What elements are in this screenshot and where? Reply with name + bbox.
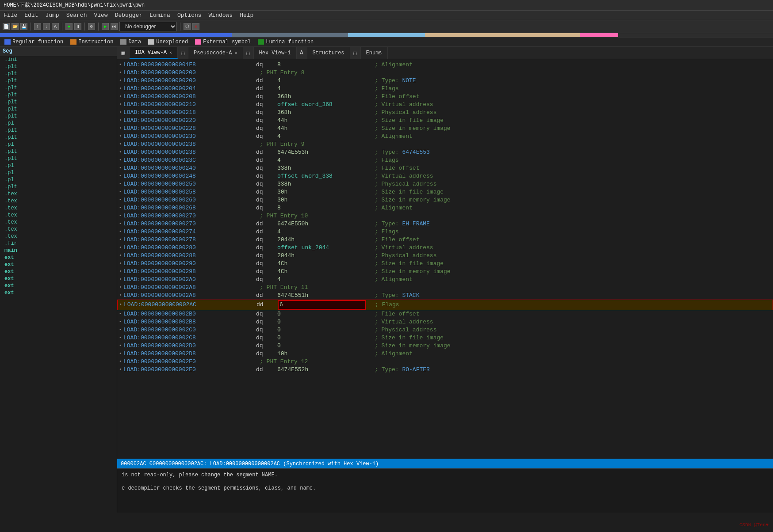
tab-enums[interactable]: Enums <box>361 47 388 59</box>
code-line[interactable]: • LOAD:0000000000000228 dq 44h ; Size in… <box>117 125 773 133</box>
code-line[interactable]: • LOAD:0000000000000260 dq 30h ; Size in… <box>117 196 773 204</box>
sidebar-item-tex7[interactable]: .tex <box>0 233 117 240</box>
code-line[interactable]: • LOAD:0000000000000208 dq 368h ; File o… <box>117 93 773 101</box>
sidebar-item-pl1[interactable]: .pl <box>0 120 117 127</box>
tab-icon-3[interactable]: A <box>297 47 307 59</box>
menu-view[interactable]: View <box>94 12 107 19</box>
code-line[interactable]: • LOAD:0000000000000218 dq 368h ; Physic… <box>117 109 773 117</box>
code-line[interactable]: • LOAD:00000000000002B0 dq 0 ; File offs… <box>117 310 773 318</box>
sidebar-item-plt8[interactable]: .plt <box>0 113 117 120</box>
sidebar-item-plt7[interactable]: .plt <box>0 106 117 113</box>
code-line[interactable]: • LOAD:0000000000000240 dq 338h ; File o… <box>117 164 773 172</box>
code-line[interactable]: • LOAD:0000000000000238 dd 6474E553h ; T… <box>117 148 773 156</box>
code-line[interactable]: • LOAD:0000000000000250 dq 338h ; Physic… <box>117 180 773 188</box>
code-line[interactable]: • LOAD:0000000000000200 ; PHT Entry 8 <box>117 69 773 77</box>
code-line[interactable]: • LOAD:0000000000000270 ; PHT Entry 10 <box>117 212 773 220</box>
code-line[interactable]: • LOAD:0000000000000204 dd 4 ; Flags <box>117 85 773 93</box>
sidebar-item-plt9[interactable]: .plt <box>0 127 117 134</box>
sidebar-item-ext1[interactable]: ext <box>0 254 117 261</box>
menu-file[interactable]: File <box>4 12 17 19</box>
code-line[interactable]: • LOAD:0000000000000298 dq 4Ch ; Size in… <box>117 268 773 276</box>
code-line[interactable]: • LOAD:0000000000000290 dq 4Ch ; Size in… <box>117 260 773 268</box>
code-line[interactable]: • LOAD:0000000000000248 dq offset dword_… <box>117 172 773 180</box>
code-line[interactable]: • LOAD:00000000000002C8 dq 0 ; Size in f… <box>117 334 773 342</box>
code-line[interactable]: • LOAD:0000000000000278 dq 2044h ; File … <box>117 236 773 244</box>
toolbar-stop-icon[interactable]: ✕ <box>192 23 199 30</box>
code-line[interactable]: • LOAD:00000000000002D0 dq 0 ; Size in m… <box>117 342 773 350</box>
tab-icon-1[interactable]: ⬚ <box>178 47 188 59</box>
sidebar-item-ext4[interactable]: ext <box>0 275 117 282</box>
sidebar-item-tex3[interactable]: .tex <box>0 205 117 212</box>
toolbar-save-icon[interactable]: 💾 <box>20 23 27 30</box>
sidebar-item-pl3[interactable]: .pl <box>0 162 117 169</box>
toolbar-step-icon[interactable]: ⏭ <box>111 23 118 30</box>
code-line[interactable]: • LOAD:0000000000000220 dq 44h ; Size in… <box>117 117 773 125</box>
menu-search[interactable]: Search <box>66 12 87 19</box>
tab-pseudocode-a-close[interactable]: ✕ <box>234 50 237 56</box>
code-line[interactable]: • LOAD:00000000000002D8 dq 10h ; Alignme… <box>117 350 773 358</box>
code-line[interactable]: • LOAD:0000000000000258 dq 30h ; Size in… <box>117 188 773 196</box>
sidebar-item-main[interactable]: main <box>0 247 117 254</box>
menu-windows[interactable]: Windows <box>209 12 233 19</box>
sidebar-item-tex4[interactable]: .tex <box>0 212 117 219</box>
sidebar-item-pl4[interactable]: .pl <box>0 169 117 176</box>
sidebar-item-ext5[interactable]: ext <box>0 282 117 289</box>
code-line[interactable]: • LOAD:0000000000000288 dq 2044h ; Physi… <box>117 252 773 260</box>
sidebar-item-plt10[interactable]: .plt <box>0 134 117 141</box>
sidebar-item-plt13[interactable]: .plt <box>0 183 117 190</box>
sidebar-item-ext2[interactable]: ext <box>0 261 117 268</box>
menu-help[interactable]: Help <box>240 12 253 19</box>
tab-structures[interactable]: Structures <box>307 47 350 59</box>
sidebar-item-tex6[interactable]: .tex <box>0 226 117 233</box>
toolbar-pause-icon[interactable]: ⏸ <box>74 23 81 30</box>
code-line[interactable]: • LOAD:0000000000000230 dq 4 ; Alignment <box>117 133 773 141</box>
sidebar-item-plt5[interactable]: .plt <box>0 91 117 99</box>
toolbar-run-icon[interactable]: ● <box>65 23 73 30</box>
code-line[interactable]: • LOAD:00000000000002E0 dd 6474E552h ; T… <box>117 366 773 374</box>
code-area[interactable]: • LOAD:00000000000001F8 dq 8 ; Alignment… <box>117 59 773 459</box>
sidebar-item-plt2[interactable]: .plt <box>0 70 117 77</box>
code-line[interactable]: • LOAD:0000000000000280 dq offset unk_20… <box>117 244 773 252</box>
sidebar-item-plt1[interactable]: .plt <box>0 63 117 70</box>
toolbar-hex-icon[interactable]: ⬡ <box>184 23 191 30</box>
tab-icon-4[interactable]: ⬚ <box>350 47 361 59</box>
sidebar-item-plt6[interactable]: .plt <box>0 99 117 106</box>
menu-jump[interactable]: Jump <box>45 12 59 19</box>
sidebar-item-ext3[interactable]: ext <box>0 268 117 275</box>
code-line[interactable]: • LOAD:00000000000002E0 ; PHT Entry 12 <box>117 358 773 366</box>
debugger-select[interactable]: No debugger <box>119 22 177 31</box>
tab-icon-2[interactable]: ⬚ <box>243 47 254 59</box>
sidebar-item-plt12[interactable]: .plt <box>0 155 117 162</box>
toolbar-up-icon[interactable]: ↑ <box>34 23 41 30</box>
menu-options[interactable]: Options <box>177 12 202 19</box>
code-line[interactable]: • LOAD:00000000000002A0 dq 4 ; Alignment <box>117 276 773 284</box>
sidebar-item-tex1[interactable]: .tex <box>0 190 117 198</box>
tab-hex-view-1[interactable]: Hex View-1 <box>254 47 297 59</box>
code-line[interactable]: • LOAD:00000000000002A8 ; PHT Entry 11 <box>117 284 773 292</box>
toolbar-open-icon[interactable]: 📂 <box>11 23 19 30</box>
sidebar-item-pl2[interactable]: .pl <box>0 141 117 148</box>
code-line[interactable]: • LOAD:00000000000002C0 dq 0 ; Physical … <box>117 326 773 334</box>
sidebar-item-plt11[interactable]: .plt <box>0 148 117 155</box>
toolbar-play-icon[interactable]: ▶ <box>102 23 109 30</box>
tab-ida-view-a-close[interactable]: ✕ <box>169 50 172 55</box>
toolbar-settings-icon[interactable]: ⚙ <box>88 23 95 30</box>
toolbar-a-icon[interactable]: A <box>52 23 59 30</box>
code-line[interactable]: • LOAD:00000000000001F8 dq 8 ; Alignment <box>117 61 773 69</box>
sidebar-item-ext6[interactable]: ext <box>0 289 117 296</box>
code-line[interactable]: • LOAD:0000000000000274 dd 4 ; Flags <box>117 228 773 236</box>
code-line[interactable]: • LOAD:0000000000000210 dq offset dword_… <box>117 101 773 109</box>
code-line[interactable]: • LOAD:000000000000023C dd 4 ; Flags <box>117 156 773 164</box>
sidebar-item-pl5[interactable]: .pl <box>0 176 117 183</box>
sidebar-item-plt4[interactable]: .plt <box>0 84 117 91</box>
code-line[interactable]: • LOAD:0000000000000270 dd 6474E550h ; T… <box>117 220 773 228</box>
view-icon[interactable]: ▦ <box>117 47 130 59</box>
sidebar-item-tex5[interactable]: .tex <box>0 219 117 226</box>
code-line[interactable]: • LOAD:00000000000002B8 dq 0 ; Virtual a… <box>117 318 773 326</box>
tab-pseudocode-a[interactable]: Pseudocode-A ✕ <box>188 47 243 59</box>
menu-debugger[interactable]: Debugger <box>115 12 142 19</box>
code-line[interactable]: • LOAD:0000000000000200 dd 4 ; Type: NOT… <box>117 77 773 85</box>
toolbar-down-icon[interactable]: ↓ <box>43 23 50 30</box>
sidebar-item-plt3[interactable]: .plt <box>0 77 117 84</box>
code-line[interactable]: • LOAD:0000000000000268 dq 8 ; Alignment <box>117 204 773 212</box>
